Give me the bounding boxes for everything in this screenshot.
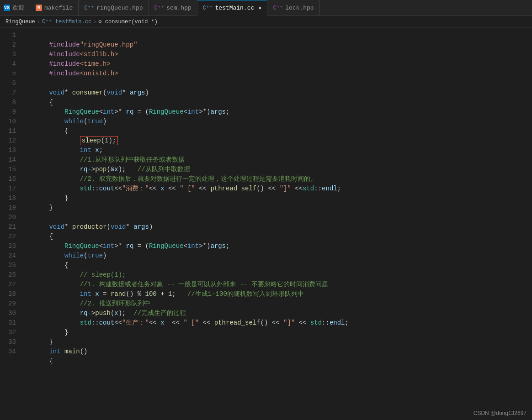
watermark: CSDN @dong132697 (473, 410, 527, 416)
vscode-icon: VS (4, 5, 10, 11)
code-line-20: void* productor(void* args) (26, 213, 532, 222)
code-line-13: //1.从环形队列中获取任务或者数据 (26, 146, 532, 155)
tab-ringqueue[interactable]: C⁺⁺ ringQueue.hpp (79, 0, 149, 16)
cpp-icon-lock: C⁺⁺ (273, 5, 283, 11)
code-line-7: { (26, 88, 532, 98)
code-line-25: // sleep(1); (26, 261, 532, 270)
makefile-icon: M (36, 5, 42, 11)
editor: 1 2 3 4 5 6 7 8 9 10 11 12 13 14 15 16 1… (0, 28, 532, 420)
breadcrumb-testmain[interactable]: C⁺⁺ testMain.cc (42, 18, 91, 25)
code-line-32: } (26, 328, 532, 337)
tab-ringqueue-label: ringQueue.hpp (96, 5, 143, 11)
code-line-26: //1. 构建数据或者任务对象 -- 一般是可以从外部来 -- 不要忽略它的时间… (26, 270, 532, 280)
code-line-2: #include<stdlib.h> (26, 40, 532, 50)
code-line-23: while(true) (26, 242, 532, 251)
tab-sem-label: sem.hpp (166, 5, 192, 11)
tab-welcome-label: 欢迎 (12, 4, 24, 12)
code-line-16: std::cout<<"消费："<< x << " [" << pthread_… (26, 174, 532, 184)
tab-lock[interactable]: C⁺⁺ lock.hpp (267, 0, 319, 16)
code-line-8: RingQueue<int>* rq = (RingQueue<int>*)ar… (26, 98, 532, 107)
tab-lock-label: lock.hpp (285, 5, 314, 11)
cpp-icon-ring: C⁺⁺ (84, 5, 94, 11)
code-line-14: rq->pop(&x); //从队列中取数据 (26, 155, 532, 165)
close-icon[interactable]: ✕ (258, 5, 261, 11)
tab-testmain-label: testMain.cc (215, 5, 254, 11)
tab-makefile-label: makefile (44, 5, 73, 11)
code-line-21: { (26, 222, 532, 232)
code-line-28: //2. 推送到环形队列中 (26, 289, 532, 299)
cpp-icon-test: C⁺⁺ (203, 5, 213, 11)
code-line-11: sleep(1); (26, 126, 532, 136)
code-line-34: { (26, 347, 532, 357)
code-line-9: while(true) (26, 107, 532, 117)
code-line-30: std::cout<<"生产："<< x << " [" << pthread_… (26, 309, 532, 318)
breadcrumb-ringqueue[interactable]: RingQueue (5, 19, 35, 25)
code-line-31: } (26, 318, 532, 328)
code-line-29: rq->push(x); //完成生产的过程 (26, 299, 532, 309)
code-line-15: //2. 取完数据后，就要对数据进行一定的处理，这个处理过程是需要消耗时间的。 (26, 165, 532, 174)
line-numbers: 1 2 3 4 5 6 7 8 9 10 11 12 13 14 15 16 1… (0, 28, 21, 420)
code-line-1: #include"ringQueue.hpp" (26, 31, 532, 40)
code-line-12: int x; (26, 136, 532, 146)
code-line-17: } (26, 184, 532, 194)
code-line-18: } (26, 194, 532, 203)
code-line-33: int main() (26, 337, 532, 347)
breadcrumb: RingQueue › C⁺⁺ testMain.cc › ⊙ consumer… (0, 16, 532, 28)
code-line-24: { (26, 251, 532, 261)
cpp-icon-sem: C⁺⁺ (154, 5, 165, 11)
breadcrumb-function[interactable]: ⊙ consumer(void *) (98, 18, 158, 25)
code-line-4: #include<unistd.h> (26, 59, 532, 69)
tab-welcome[interactable]: VS 欢迎 (0, 0, 30, 16)
code-line-19 (26, 203, 532, 213)
code-line-10: { (26, 117, 532, 126)
code-line-5 (26, 69, 532, 79)
code-line-6: void* consumer(void* args) (26, 79, 532, 88)
code-line-22: RingQueue<int>* rq = (RingQueue<int>*)ar… (26, 232, 532, 242)
code-area[interactable]: #include"ringQueue.hpp" #include<stdlib.… (21, 28, 532, 420)
code-line-3: #include<time.h> (26, 50, 532, 59)
title-bar: VS 欢迎 M makefile C⁺⁺ ringQueue.hpp C⁺⁺ s… (0, 0, 532, 16)
tab-testmain[interactable]: C⁺⁺ testMain.cc ✕ (197, 0, 268, 16)
tab-makefile[interactable]: M makefile (30, 0, 79, 16)
code-line-27: int x = rand() % 100 + 1; //生成1-100的随机数写… (26, 280, 532, 289)
tab-sem[interactable]: C⁺⁺ sem.hpp (149, 0, 197, 16)
